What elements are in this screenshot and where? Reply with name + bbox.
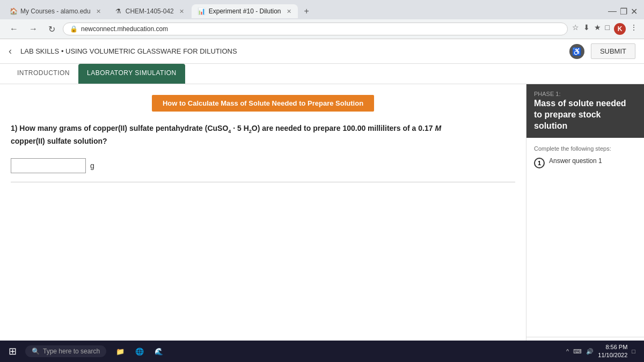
tab-lab-simulation[interactable]: LABORATORY SIMULATION [78,64,185,84]
info-banner[interactable]: How to Calculate Mass of Solute Needed t… [152,95,374,112]
tab-navigation: INTRODUCTION LABORATORY SIMULATION [0,64,644,84]
back-button[interactable]: ← [6,23,21,35]
tab-introduction[interactable]: INTRODUCTION [9,64,78,84]
header-title: LAB SKILLS • USING VOLUMETRIC GLASSWARE … [20,47,563,55]
browser-tab-1[interactable]: 🏠 My Courses - alamo.edu ✕ [3,4,107,18]
taskbar-chrome[interactable]: 🌐 [132,344,147,359]
tray-volume[interactable]: 🔊 [586,348,594,355]
forward-button[interactable]: → [26,23,41,35]
menu-icon[interactable]: ⋮ [630,23,638,35]
tab2-close[interactable]: ✕ [179,8,184,15]
unit-label: g [90,161,94,170]
tab3-label: Experiment #10 - Dilution [209,8,281,15]
tray-keyboard: ⌨ [573,348,582,355]
tab1-icon: 🏠 [10,8,17,15]
app-header: ‹ LAB SKILLS • USING VOLUMETRIC GLASSWAR… [0,39,644,64]
close-icon[interactable]: ✕ [631,6,638,17]
address-bar: ← → ↻ 🔒 newconnect.mheducation.com ☆ ⬇ ★… [0,19,644,39]
save-page-icon[interactable]: ⬇ [583,23,590,35]
tab3-close[interactable]: ✕ [287,8,291,15]
windows-start-button[interactable]: ⊞ [4,343,21,359]
taskbar-pinned-apps: 📁 🌐 🌊 [113,344,166,359]
restore-icon[interactable]: ❐ [620,6,627,17]
tray-arrow[interactable]: ^ [566,348,569,354]
lock-icon: 🔒 [70,25,78,33]
step-item-1: 1 Answer question 1 [534,157,636,168]
extension-icon[interactable]: □ [605,23,610,35]
right-panel: PHASE 1: Mass of solute needed to prepar… [526,84,644,362]
app-back-arrow[interactable]: ‹ [9,46,12,57]
divider [11,182,515,182]
tab2-label: CHEM-1405-042 [126,8,174,15]
tab2-icon: ⚗ [115,8,122,15]
phase-header: PHASE 1: Mass of solute needed to prepar… [526,84,644,138]
steps-label: Complete the following steps: [534,145,636,152]
answer-row: g [11,158,515,173]
submit-button[interactable]: SUBMIT [591,43,635,59]
tab-bar: 🏠 My Courses - alamo.edu ✕ ⚗ CHEM-1405-0… [0,0,644,19]
profile-button[interactable]: K [614,23,626,35]
clock: 8:56 PM 11/10/2022 [598,343,627,360]
system-tray: ^ ⌨ 🔊 8:56 PM 11/10/2022 □ [566,343,640,360]
url-bar[interactable]: 🔒 newconnect.mheducation.com [63,23,568,35]
refresh-button[interactable]: ↻ [45,23,58,35]
browser-tab-2[interactable]: ⚗ CHEM-1405-042 ✕ [108,4,191,18]
clock-date: 11/10/2022 [598,351,627,359]
phase-content: Complete the following steps: 1 Answer q… [526,138,644,337]
browser-tab-3[interactable]: 📊 Experiment #10 - Dilution ✕ [192,4,298,18]
new-tab-button[interactable]: + [299,3,314,19]
minimize-icon[interactable]: — [608,6,617,16]
url-text: newconnect.mheducation.com [81,25,168,33]
notification-icon[interactable]: □ [632,348,635,354]
taskbar-edge[interactable]: 🌊 [151,344,166,359]
clock-time: 8:56 PM [598,343,627,351]
tab1-label: My Courses - alamo.edu [20,8,91,15]
bookmark-icon[interactable]: ☆ [572,23,579,35]
step-text-1: Answer question 1 [549,157,602,165]
question-text: 1) How many grams of copper(II) sulfate … [11,122,515,147]
main-layout: How to Calculate Mass of Solute Needed t… [0,84,644,362]
search-icon: 🔍 [32,348,40,355]
answer-input[interactable] [11,158,86,173]
taskbar-search[interactable]: 🔍 Type here to search [25,345,106,357]
browser-chrome: 🏠 My Courses - alamo.edu ✕ ⚗ CHEM-1405-0… [0,0,644,39]
phase-title: Mass of solute needed to prepare stock s… [534,98,636,131]
accessibility-button[interactable]: ♿ [569,44,584,59]
phase-label: PHASE 1: [534,91,636,97]
taskbar-file-explorer[interactable]: 📁 [113,344,128,359]
tab1-close[interactable]: ✕ [96,8,101,15]
search-placeholder: Type here to search [43,348,100,355]
tab3-icon: 📊 [198,8,206,15]
step-number-1: 1 [534,158,545,168]
content-area: How to Calculate Mass of Solute Needed t… [0,84,526,362]
star-icon[interactable]: ★ [594,23,601,35]
window-controls: — ❐ ✕ [608,6,641,17]
browser-toolbar-icons: ☆ ⬇ ★ □ K ⋮ [572,23,638,35]
taskbar: ⊞ 🔍 Type here to search 📁 🌐 🌊 ^ ⌨ 🔊 8:56… [0,341,644,362]
